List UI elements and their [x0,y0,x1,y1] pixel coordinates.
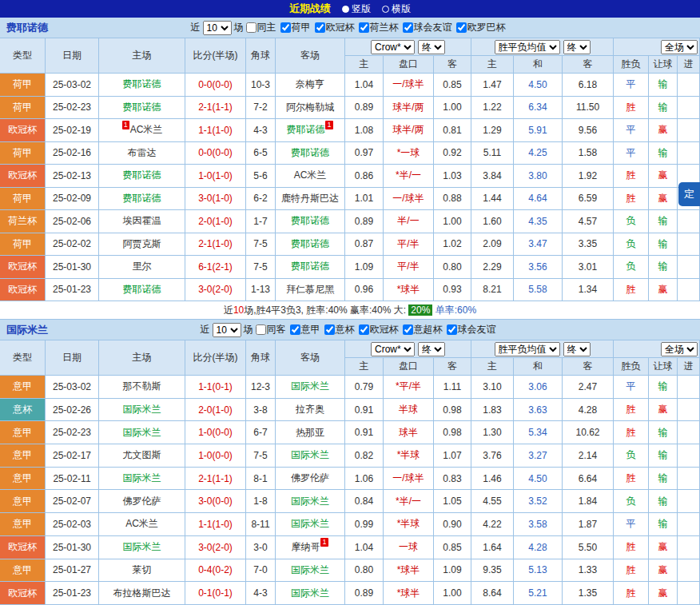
score-cell[interactable]: 3-0(2-0) [185,536,246,559]
home-team-cell[interactable]: 费耶诺德 [99,188,185,211]
wdl-average-select[interactable]: 胜平负均值 [495,342,560,356]
home-team-cell[interactable]: AC米兰 [99,513,185,536]
radio-horizontal-layout[interactable]: 横版 [382,2,411,16]
filter-checkbox[interactable]: 欧罗巴杯 [456,21,506,34]
away-team-cell[interactable]: 热那亚 [276,421,345,444]
score-cell[interactable]: 0-4(0-2) [185,559,246,583]
side-tab-button[interactable]: 定 [678,182,700,206]
score-cell[interactable]: 1-0(0-0) [185,421,246,444]
home-team-cell[interactable]: 布拉格斯巴达 [99,582,185,605]
team-name[interactable]: 费耶诺德 [6,21,48,35]
home-team-cell[interactable]: 佛罗伦萨 [99,490,185,513]
bookmaker-select[interactable]: Crow* [371,40,415,54]
home-team-cell[interactable]: 费耶诺德 [99,165,185,188]
away-team-cell[interactable]: AC米兰 [276,165,345,188]
score-cell[interactable]: 1-1(0-1) [185,376,246,399]
radio-vertical-layout[interactable]: 竖版 [342,2,371,16]
score-cell[interactable]: 0-1(0-1) [185,582,246,605]
home-team-cell[interactable]: 那不勒斯 [99,376,185,399]
checkbox-input[interactable] [280,22,291,33]
score-cell[interactable]: 2-0(1-0) [185,399,246,422]
checkbox-input[interactable] [403,22,413,33]
checkbox-input[interactable] [290,324,300,335]
wdl-average-select[interactable]: 胜平负均值 [495,40,560,54]
checkbox-input[interactable] [324,324,335,335]
home-team-cell[interactable]: 费耶诺德 [99,279,185,302]
score-cell[interactable]: 3-0(0-0) [185,490,246,513]
away-team-cell[interactable]: 拜仁慕尼黑 [276,279,345,302]
away-team-cell[interactable]: 摩纳哥1 [276,536,345,559]
recent-count-select[interactable]: 10 [213,323,241,337]
checkbox-input[interactable] [256,324,266,335]
recent-count-select[interactable]: 10 [203,21,232,35]
checkbox-input[interactable] [456,22,467,33]
away-team-cell[interactable]: 阿尔梅勒城 [276,97,345,120]
checkbox-input[interactable] [359,324,369,335]
score-cell[interactable]: 1-1(1-0) [185,119,246,142]
score-cell[interactable]: 2-1(1-1) [185,97,246,120]
away-team-cell[interactable]: 国际米兰 [276,582,345,605]
home-team-cell[interactable]: 国际米兰 [99,536,185,559]
score-cell[interactable]: 1-0(1-0) [185,165,246,188]
home-team-cell[interactable]: 里尔 [99,256,185,279]
away-team-cell[interactable]: 费耶诺德 [276,142,345,165]
home-team-cell[interactable]: 尤文图斯 [99,444,185,468]
home-team-cell[interactable]: 布雷达 [99,142,185,165]
score-cell[interactable]: 1-0(0-0) [185,444,246,468]
away-team-cell[interactable]: 鹿特丹斯巴达 [276,188,345,211]
away-team-cell[interactable]: 国际米兰 [276,559,345,583]
home-team-cell[interactable]: 费耶诺德 [99,74,185,97]
final-odds-select[interactable]: 终 [418,342,445,356]
checkbox-input[interactable] [403,324,413,335]
home-team-cell[interactable]: 国际米兰 [99,468,185,491]
final-wdl-select[interactable]: 终 [563,40,591,54]
home-team-cell[interactable]: 国际米兰 [99,399,185,422]
score-cell[interactable]: 3-0(1-0) [185,188,246,211]
away-team-cell[interactable]: 费耶诺德 [276,256,345,279]
filter-checkbox[interactable]: 荷甲 [280,21,311,34]
checkbox-input[interactable] [359,22,369,33]
away-team-cell[interactable]: 奈梅亨 [276,74,345,97]
bookmaker-select[interactable]: Crow* [371,342,415,356]
home-team-cell[interactable]: 埃因霍温 [99,210,185,233]
filter-checkbox[interactable]: 意杯 [324,323,355,336]
score-cell[interactable]: 1-1(1-0) [185,513,246,536]
home-team-cell[interactable]: 费耶诺德 [99,97,185,120]
checkbox-input[interactable] [246,22,257,33]
final-wdl-select[interactable]: 终 [563,342,591,356]
away-team-cell[interactable]: 国际米兰 [276,444,345,468]
filter-checkbox[interactable]: 荷兰杯 [359,21,399,34]
score-cell[interactable]: 0-0(0-0) [185,142,246,165]
filter-checkbox[interactable]: 欧冠杯 [315,21,355,34]
home-team-cell[interactable]: 1AC米兰 [99,119,185,142]
filter-checkbox[interactable]: 欧冠杯 [359,323,399,336]
score-cell[interactable]: 6-1(2-1) [185,256,246,279]
away-team-cell[interactable]: 费耶诺德1 [276,119,345,142]
score-cell[interactable]: 0-0(0-0) [185,74,246,97]
home-team-cell[interactable]: 国际米兰 [99,421,185,444]
home-team-cell[interactable]: 莱切 [99,559,185,583]
away-team-cell[interactable]: 费耶诺德 [276,233,345,257]
away-team-cell[interactable]: 国际米兰 [276,376,345,399]
away-team-cell[interactable]: 国际米兰 [276,513,345,536]
filter-checkbox[interactable]: 球会友谊 [403,21,452,34]
score-cell[interactable]: 3-0(2-0) [185,279,246,302]
scope-select[interactable]: 全场 [661,342,698,356]
home-team-cell[interactable]: 阿贾克斯 [99,233,185,257]
score-cell[interactable]: 2-1(1-0) [185,233,246,257]
away-team-cell[interactable]: 国际米兰 [276,490,345,513]
away-team-cell[interactable]: 费耶诺德 [276,210,345,233]
checkbox-input[interactable] [315,22,325,33]
score-cell[interactable]: 2-0(1-0) [185,210,246,233]
team-name[interactable]: 国际米兰 [6,323,48,337]
filter-checkbox[interactable]: 同主 [246,21,276,34]
away-team-cell[interactable]: 佛罗伦萨 [276,468,345,491]
scope-select[interactable]: 全场 [661,40,698,54]
filter-checkbox[interactable]: 同客 [256,323,286,336]
filter-checkbox[interactable]: 意超杯 [403,323,443,336]
filter-checkbox[interactable]: 球会友谊 [447,323,496,336]
final-odds-select[interactable]: 终 [418,40,445,54]
filter-checkbox[interactable]: 意甲 [290,323,320,336]
score-cell[interactable]: 2-1(1-1) [185,468,246,491]
checkbox-input[interactable] [447,324,457,335]
